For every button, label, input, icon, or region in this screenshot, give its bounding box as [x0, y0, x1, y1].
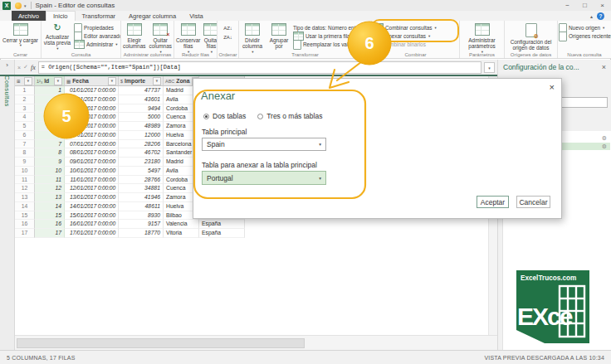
importe-cell[interactable]: 34881	[119, 184, 164, 193]
cancel-button[interactable]: Cancelar	[516, 196, 550, 208]
expand-formula-bar-icon[interactable]: ▾	[484, 62, 495, 73]
table-row[interactable]: 171717/01/2017 0:00:0018770VitoriaEspaña	[15, 229, 488, 238]
tab-vista[interactable]: Vista	[183, 11, 210, 21]
close-settings-icon[interactable]: ×	[602, 63, 606, 71]
radio-selected-icon[interactable]	[203, 114, 209, 119]
row-number-cell[interactable]: 10	[15, 167, 35, 176]
close-and-load-button[interactable]: Cerrar y cargar▾	[1, 22, 40, 51]
row-number-cell[interactable]: 4	[15, 113, 35, 122]
importe-cell[interactable]: 9494	[119, 104, 164, 114]
tab-inicio[interactable]: Inicio	[46, 11, 76, 21]
collapse-ribbon-icon[interactable]: ▴	[590, 13, 593, 19]
id-cell[interactable]: 14	[35, 202, 65, 211]
radio-two-tables[interactable]: Dos tablas	[203, 112, 246, 120]
pais-cell[interactable]: España	[199, 220, 245, 229]
importe-cell[interactable]: 28206	[119, 140, 164, 149]
accept-button[interactable]: Aceptar	[477, 196, 509, 208]
use-first-row-button[interactable]: Usar la primera fila como en	[293, 32, 372, 40]
expand-queries-icon[interactable]: ›	[0, 60, 14, 69]
id-cell[interactable]: 7	[35, 140, 65, 149]
importe-cell[interactable]: 12000	[119, 131, 164, 140]
remove-rows-button[interactable]: × Quitar filas▾	[203, 22, 218, 51]
sort-ascending-button[interactable]: AZ↓	[223, 24, 232, 32]
row-number-cell[interactable]: 1	[15, 86, 35, 95]
column-header-id[interactable]: 1²₃ Id ▾	[35, 76, 65, 86]
table-menu-icon[interactable]: ▾	[24, 77, 32, 85]
restore-button[interactable]: □	[576, 0, 594, 11]
queries-pane-label[interactable]: Consultas	[3, 75, 11, 107]
radio-three-or-more-tables[interactable]: Tres o más tablas	[257, 112, 322, 120]
importe-cell[interactable]: 43601	[119, 95, 164, 104]
help-icon[interactable]: ?	[597, 12, 604, 20]
row-number-cell[interactable]: 12	[15, 184, 35, 193]
properties-button[interactable]: Propiedades	[74, 24, 121, 32]
append-table-select[interactable]: Portugal ▾	[202, 171, 326, 185]
zona-cell[interactable]: Vitoria	[164, 229, 199, 238]
fecha-cell[interactable]: 14/01/2017 0:00:00	[65, 202, 119, 211]
fecha-cell[interactable]: 17/01/2017 0:00:00	[65, 229, 119, 238]
append-queries-button[interactable]: Anexar consultas▾	[373, 32, 458, 40]
fecha-cell[interactable]: 12/01/2017 0:00:00	[65, 184, 119, 193]
fecha-cell[interactable]: 07/01/2017 0:00:00	[65, 140, 119, 149]
id-cell[interactable]: 16	[35, 220, 65, 229]
radio-unselected-icon[interactable]	[257, 114, 263, 119]
id-cell[interactable]: 11	[35, 176, 65, 185]
id-cell[interactable]: 10	[35, 167, 65, 176]
importe-cell[interactable]: 23180	[119, 158, 164, 167]
row-number-cell[interactable]: 11	[15, 176, 35, 185]
filter-icon[interactable]: ▾	[54, 77, 62, 85]
row-number-cell[interactable]: 3	[15, 104, 35, 114]
id-cell[interactable]: 8	[35, 148, 65, 158]
chevron-down-icon[interactable]: ▾	[319, 176, 321, 181]
split-column-button[interactable]: Dividir columna▾	[240, 22, 265, 51]
row-number-cell[interactable]: 17	[15, 229, 35, 238]
fecha-cell[interactable]: 11/01/2017 0:00:00	[65, 176, 119, 185]
row-number-cell[interactable]: 7	[15, 140, 35, 149]
importe-cell[interactable]: 9157	[119, 220, 164, 229]
row-number-cell[interactable]: 8	[15, 148, 35, 158]
sort-descending-button[interactable]: ZA↓	[223, 33, 232, 41]
group-by-button[interactable]: Agrupar por	[266, 22, 291, 51]
id-cell[interactable]: 3	[35, 104, 65, 114]
fecha-cell[interactable]: 04/01/2017 0:00:00	[65, 113, 119, 122]
gear-icon[interactable]: ⚙	[602, 143, 607, 149]
importe-cell[interactable]: 48989	[119, 122, 164, 131]
id-cell[interactable]: 2	[35, 95, 65, 104]
minimize-button[interactable]: −	[559, 0, 576, 11]
cancel-formula-icon[interactable]: ×	[17, 65, 21, 70]
row-number-cell[interactable]: 13	[15, 193, 35, 202]
horizontal-scrollbar[interactable]	[15, 335, 497, 350]
advanced-editor-button[interactable]: Editor avanzado	[74, 32, 121, 40]
tab-transformar[interactable]: Transformar	[76, 11, 123, 21]
qat-dropdown-icon[interactable]: ▾	[24, 3, 27, 8]
remove-columns-button[interactable]: × Quitar columnas▾	[149, 22, 174, 51]
fecha-cell[interactable]: 10/01/2017 0:00:00	[65, 167, 119, 176]
dialog-close-icon[interactable]: ×	[550, 82, 555, 92]
id-cell[interactable]: 4	[35, 113, 65, 122]
filter-icon[interactable]: ▾	[108, 77, 116, 85]
send-smile-icon[interactable]	[15, 2, 22, 9]
tab-archivo[interactable]: Archivo	[12, 11, 46, 21]
row-number-cell[interactable]: 15	[15, 211, 35, 221]
refresh-preview-button[interactable]: ↻ Actualizar vista previa▾	[42, 22, 72, 51]
column-header-fecha[interactable]: ▦ Fecha ▾	[65, 76, 119, 86]
data-type-button[interactable]: Tipo de datos: Número entero▾	[293, 24, 372, 32]
importe-cell[interactable]: 8930	[119, 211, 164, 221]
importe-cell[interactable]: 47737	[119, 86, 164, 95]
gear-icon[interactable]: ⚙	[602, 135, 607, 141]
recent-sources-button[interactable]: Orígenes recientes▾	[559, 32, 611, 40]
keep-rows-button[interactable]: Conservar filas▾	[175, 22, 201, 51]
fecha-cell[interactable]: 05/01/2017 0:00:00	[65, 122, 119, 131]
column-header-importe[interactable]: $ Importe ▾	[119, 76, 164, 86]
zona-cell[interactable]: Valencia	[164, 220, 199, 229]
chevron-down-icon[interactable]: ▾	[319, 142, 321, 147]
row-number-cell[interactable]: 2	[15, 95, 35, 104]
id-cell[interactable]: 12	[35, 184, 65, 193]
importe-cell[interactable]: 5497	[119, 167, 164, 176]
fecha-cell[interactable]: 03/01/2017 0:00:00	[65, 104, 119, 114]
id-cell[interactable]: 15	[35, 211, 65, 221]
new-source-button[interactable]: Nuevo origen▾	[559, 24, 611, 32]
fecha-cell[interactable]: 16/01/2017 0:00:00	[65, 220, 119, 229]
fecha-cell[interactable]: 06/01/2017 0:00:00	[65, 131, 119, 140]
data-source-settings-button[interactable]: ⚙ Configuración del origen de datos	[506, 22, 556, 51]
